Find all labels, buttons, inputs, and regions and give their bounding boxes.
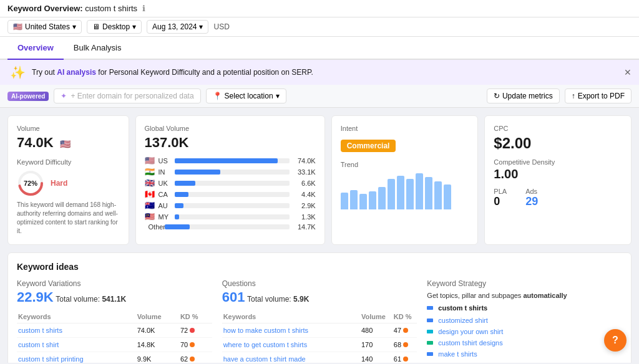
- volume-label: Volume: [17, 125, 120, 132]
- bar-fill: [175, 192, 188, 197]
- strategy-keyword-link[interactable]: custom cheap t shirts: [438, 362, 503, 363]
- country-code: Other: [149, 223, 161, 231]
- variations-section: Keyword Variations 22.9K Total volume: 5…: [17, 279, 212, 363]
- location-select-button[interactable]: 📍 Select location ▾: [206, 89, 286, 103]
- keyword-ideas-section: Keyword ideas Keyword Variations 22.9K T…: [7, 252, 632, 363]
- strategy-color-dot: [427, 341, 433, 345]
- kd-container: 72% Hard: [17, 170, 120, 197]
- table-row: custom t shirt 14.8K 70: [17, 338, 212, 352]
- ai-banner: ✨ Try out AI analysis for Personal Keywo…: [0, 60, 639, 85]
- country-value: 1.3K: [293, 213, 316, 221]
- country-bar-row: 🇦🇺 AU 2.9K: [145, 201, 316, 210]
- variations-total: Total volume: 541.1K: [56, 295, 126, 304]
- cpc-value: $2.00: [494, 135, 622, 152]
- info-icon: ℹ: [142, 4, 145, 13]
- country-value: 6.6K: [293, 180, 316, 187]
- keyword-link[interactable]: custom t shirts: [18, 327, 62, 334]
- sparkle-icon: ✨: [10, 65, 26, 80]
- keyword-link[interactable]: where to get custom t shirts: [223, 341, 308, 348]
- intent-label: Intent: [341, 125, 469, 132]
- trend-label: Trend: [341, 161, 469, 168]
- volume-value: 74.0K 🇺🇸: [17, 135, 120, 151]
- strategy-keyword-link[interactable]: design your own shirt: [438, 328, 503, 335]
- trend-bar: [359, 194, 367, 209]
- keyword-link[interactable]: have a custom t shirt made: [223, 355, 306, 363]
- global-volume-card: Global Volume 137.0K 🇺🇸 US 74.0K 🇮🇳 IN 3…: [135, 115, 325, 245]
- strategy-note: Get topics, pillar and subpages automati…: [427, 292, 622, 299]
- trend-chart: [341, 172, 469, 209]
- toolbar: 🇺🇸 United States ▾ 🖥 Desktop ▾ Aug 13, 2…: [0, 17, 639, 37]
- country-bar-row: 🇨🇦 CA 4.4K: [145, 189, 316, 199]
- questions-section: Questions 601 Total volume: 5.9K Keyword…: [222, 279, 417, 363]
- strategy-root: custom t shirts: [427, 304, 622, 312]
- trend-bar: [397, 176, 404, 209]
- volume-kd-card: Volume 74.0K 🇺🇸 Keyword Difficulty 72%: [7, 115, 129, 245]
- bar-fill: [165, 224, 190, 229]
- bar-background: [165, 224, 290, 229]
- table-row: where to get custom t shirts 170 68: [222, 338, 417, 352]
- questions-table: Keywords Volume KD % how to make custom …: [222, 310, 417, 363]
- device-filter[interactable]: 🖥 Desktop ▾: [87, 20, 142, 34]
- bar-fill: [175, 181, 195, 186]
- tab-bulk-analysis[interactable]: Bulk Analysis: [64, 37, 132, 60]
- variations-count: 22.9K: [17, 289, 54, 305]
- keyword-ideas-title: Keyword ideas: [17, 262, 622, 272]
- strategy-color-dot: [427, 352, 433, 356]
- domain-input[interactable]: ✦ + Enter domain for personalized data: [54, 89, 200, 103]
- kd-label: Keyword Difficulty: [17, 158, 120, 166]
- country-filter[interactable]: 🇺🇸 United States ▾: [7, 20, 82, 34]
- trend-bar: [350, 190, 358, 209]
- country-flag: 🇮🇳: [145, 167, 155, 176]
- strategy-title: Keyword Strategy: [427, 279, 622, 288]
- global-volume-label: Global Volume: [145, 125, 316, 132]
- country-code: AU: [159, 202, 171, 209]
- ads-stat: Ads 29: [525, 188, 538, 208]
- strategy-keyword-link[interactable]: customized shirt: [438, 317, 487, 324]
- keyword-link[interactable]: how to make custom t shirts: [223, 327, 308, 334]
- trend-bar: [341, 193, 348, 209]
- trend-bar: [369, 191, 376, 209]
- strategy-keyword-link[interactable]: custom tshirt designs: [438, 339, 502, 347]
- ai-analysis-link[interactable]: AI analysis: [57, 68, 96, 77]
- bar-background: [175, 170, 290, 175]
- country-bar-row: 🇬🇧 UK 6.6K: [145, 178, 316, 188]
- country-code: UK: [159, 180, 171, 187]
- country-bar-row: 🇮🇳 IN 33.1K: [145, 167, 316, 176]
- list-item: customized shirt: [427, 317, 622, 324]
- country-flag: 🇲🇾: [145, 212, 155, 221]
- cpc-label: CPC: [494, 125, 622, 132]
- bar-background: [175, 181, 290, 186]
- country-value: 33.1K: [293, 168, 316, 176]
- comp-density-label: Competitive Density: [494, 158, 622, 166]
- root-dot: [427, 306, 433, 310]
- close-banner-button[interactable]: ✕: [624, 67, 632, 77]
- keyword-link[interactable]: custom t shirt: [18, 341, 59, 348]
- table-row: how to make custom t shirts 480 47: [222, 323, 417, 338]
- bar-background: [175, 214, 290, 219]
- country-bar-row: 🇲🇾 MY 1.3K: [145, 212, 316, 221]
- country-bar-row: 🇺🇸 US 74.0K: [145, 156, 316, 165]
- help-button[interactable]: ?: [604, 329, 627, 352]
- country-value: 74.0K: [293, 157, 316, 165]
- date-filter[interactable]: Aug 13, 2024 ▾: [147, 20, 208, 34]
- keyword-link[interactable]: custom t shirt printing: [18, 355, 84, 363]
- metrics-row: Volume 74.0K 🇺🇸 Keyword Difficulty 72%: [7, 115, 632, 245]
- questions-count: 601: [222, 289, 245, 305]
- country-flag: 🇦🇺: [145, 201, 155, 210]
- country-code: US: [159, 157, 171, 165]
- bar-background: [175, 203, 290, 208]
- list-item: custom cheap t shirts: [427, 362, 622, 363]
- bar-fill: [175, 158, 278, 163]
- strategy-keyword-link[interactable]: make t shirts: [438, 350, 477, 358]
- main-content: Volume 74.0K 🇺🇸 Keyword Difficulty 72%: [0, 108, 639, 363]
- ideas-grid: Keyword Variations 22.9K Total volume: 5…: [17, 279, 622, 363]
- country-flag: 🇺🇸: [145, 156, 155, 165]
- tab-overview[interactable]: Overview: [7, 37, 64, 60]
- export-pdf-button[interactable]: ↑ Export to PDF: [565, 89, 632, 103]
- questions-total: Total volume: 5.9K: [247, 295, 309, 304]
- update-metrics-button[interactable]: ↻ Update metrics: [487, 89, 560, 103]
- intent-trend-card: Intent Commercial Trend: [331, 115, 479, 245]
- trend-bar: [406, 179, 414, 209]
- country-code: CA: [159, 191, 171, 198]
- country-value: 4.4K: [293, 191, 316, 198]
